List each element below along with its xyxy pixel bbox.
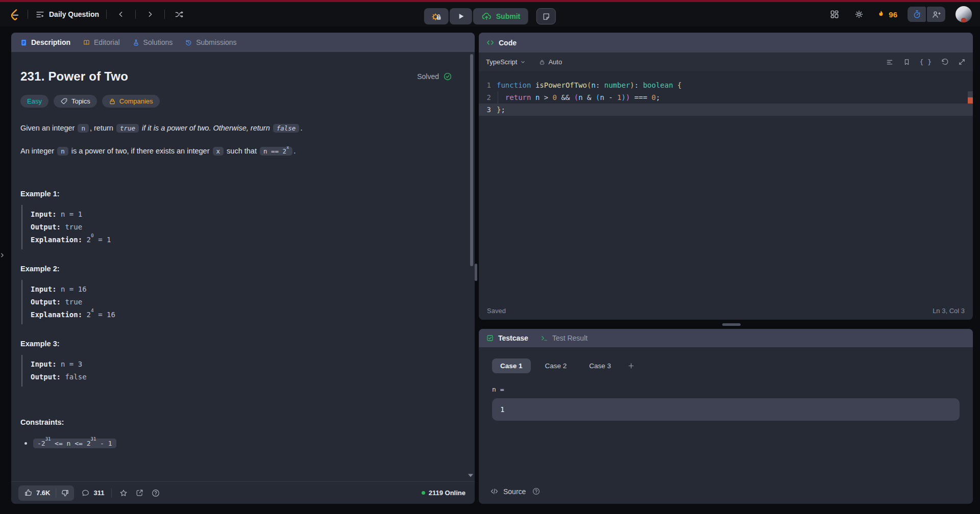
examples-section: Example 1:Input: n = 1Output: trueExplan… (20, 190, 459, 387)
code-slash-icon (490, 487, 499, 496)
example-value: true (65, 223, 82, 231)
companies-label: Companies (119, 97, 153, 105)
example-row: Input: n = 1 (31, 208, 459, 221)
run-button[interactable] (450, 8, 472, 24)
editor-statusbar: Saved Ln 3, Col 3 (479, 301, 973, 320)
solved-label: Solved (417, 72, 439, 81)
panel-collapse-chevron[interactable] (0, 252, 6, 259)
thumbs-down-icon (61, 489, 69, 497)
example-row: Explanation: 20 = 1 (31, 234, 459, 246)
tab-editorial[interactable]: Editorial (77, 33, 126, 52)
code-panel-header: Code (479, 33, 973, 53)
flask-icon (132, 39, 140, 46)
difficulty-badge[interactable]: Easy (20, 95, 48, 108)
example-row: Input: n = 3 (31, 358, 459, 371)
text-segment (270, 124, 272, 132)
format-code-icon[interactable] (886, 58, 894, 66)
testcase-header: Testcase Test Result (479, 329, 973, 347)
tab-submissions[interactable]: Submissions (179, 33, 242, 52)
user-avatar[interactable] (955, 6, 972, 22)
testcase-tab-label: Testcase (498, 334, 528, 342)
tab-label: Description (31, 38, 70, 46)
text-segment: if it is a power of two. Otherwise, retu… (142, 124, 270, 132)
comments-button[interactable]: 311 (81, 489, 104, 497)
check-square-icon (486, 334, 494, 342)
testcase-help-icon[interactable] (532, 487, 541, 496)
companies-button[interactable]: Companies (102, 95, 160, 108)
help-icon[interactable] (151, 489, 160, 498)
divider (111, 489, 112, 498)
share-icon[interactable] (135, 489, 144, 497)
example-key: Output: (31, 373, 65, 381)
streak-counter[interactable]: 96 (876, 9, 897, 19)
horizontal-resize-handle[interactable] (722, 323, 741, 326)
example-key: Input: (31, 360, 61, 368)
example-key: Explanation: (31, 236, 87, 244)
timer-button[interactable] (908, 7, 926, 22)
dislike-button[interactable] (56, 485, 74, 501)
problem-content[interactable]: 231. Power of Two Solved Easy Topics (11, 52, 475, 481)
braces-icon[interactable]: { } (920, 58, 932, 66)
leetcode-logo[interactable] (8, 8, 20, 20)
param-label: n = (492, 386, 960, 393)
code-line: 3}; (479, 104, 973, 116)
daily-question-nav[interactable]: Daily Question (35, 10, 99, 19)
layout-grid-icon[interactable] (827, 7, 842, 21)
code-text: }; (491, 104, 505, 116)
terminal-icon (541, 335, 548, 342)
leetcode-app: Daily Question (0, 0, 980, 514)
language-label: TypeScript (486, 58, 517, 66)
tab-solutions[interactable]: Solutions (127, 33, 179, 52)
lock-icon (539, 59, 545, 65)
tab-testcase[interactable]: Testcase (486, 334, 528, 342)
case-2-tab[interactable]: Case 2 (537, 358, 575, 373)
next-problem-button[interactable] (143, 7, 157, 21)
tab-description[interactable]: Description (14, 33, 76, 52)
shuffle-icon[interactable] (172, 7, 186, 21)
topics-button[interactable]: Topics (54, 95, 97, 108)
testcase-input[interactable] (492, 398, 960, 421)
star-button[interactable] (119, 489, 128, 498)
add-user-button[interactable] (927, 7, 945, 22)
case-3-tab[interactable]: Case 3 (581, 358, 619, 373)
notes-button[interactable] (536, 8, 556, 24)
test-result-tab-label: Test Result (552, 334, 587, 342)
tab-test-result[interactable]: Test Result (541, 334, 587, 342)
example-key: Input: (31, 210, 61, 218)
online-count: 2119 Online (429, 489, 465, 497)
line-number: 3 (479, 104, 491, 116)
expand-icon[interactable] (958, 58, 966, 66)
text-segment: such that (225, 147, 259, 155)
line-number: 1 (479, 79, 491, 91)
source-button[interactable]: Source (490, 487, 526, 496)
problem-title: 231. Power of Two (20, 69, 128, 84)
description-scrollbar[interactable] (470, 54, 473, 266)
run-controls: Submit (424, 4, 556, 29)
submit-button[interactable]: Submit (473, 8, 528, 24)
bookmark-icon[interactable] (903, 58, 911, 66)
text-segment: . (300, 124, 302, 132)
book-icon (83, 39, 90, 46)
scroll-down-icon[interactable] (468, 473, 473, 477)
lock-icon (109, 98, 116, 105)
cloud-upload-icon (481, 11, 492, 22)
like-button[interactable]: 7.6K (18, 485, 56, 501)
debug-button[interactable] (424, 8, 449, 24)
comment-icon (81, 489, 90, 497)
example-row: Input: n = 16 (31, 283, 459, 296)
gear-icon[interactable] (852, 7, 866, 21)
vertical-resize-handle[interactable] (475, 264, 477, 281)
prev-problem-button[interactable] (114, 7, 128, 21)
language-selector[interactable]: TypeScript (486, 58, 526, 66)
auto-save-toggle[interactable]: Auto (539, 58, 562, 66)
code-editor[interactable]: 1function isPowerOfTwo(n: number): boole… (479, 72, 973, 301)
case-1-tab[interactable]: Case 1 (492, 358, 531, 373)
line-number: 2 (479, 91, 491, 104)
problem-paragraph: An integer n is a power of two, if there… (20, 145, 459, 158)
example-block: Input: n = 16Output: trueExplanation: 24… (21, 280, 459, 324)
topics-label: Topics (71, 97, 90, 105)
constraints-heading: Constraints: (20, 418, 459, 426)
undo-icon[interactable] (941, 58, 949, 66)
check-circle-icon (443, 72, 452, 81)
add-case-button[interactable] (627, 362, 635, 370)
